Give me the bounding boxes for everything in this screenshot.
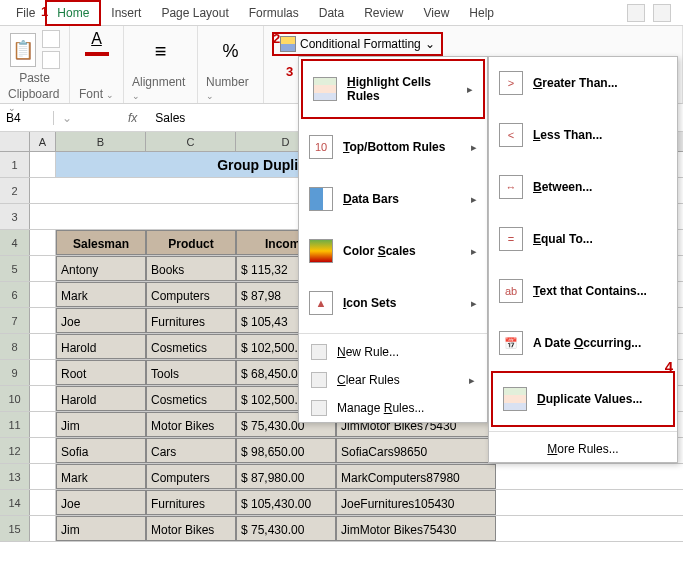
paste-icon[interactable]: 📋	[10, 33, 36, 67]
menu-data-bars[interactable]: Data Bars▸	[299, 173, 487, 225]
row-header[interactable]: 9	[0, 360, 30, 385]
menu-date-occurring[interactable]: 📅A Date Occurring...	[489, 317, 677, 369]
cell-salesman[interactable]: Harold	[56, 334, 146, 359]
cell-product[interactable]: Cars	[146, 438, 236, 463]
cell-key[interactable]: JimMotor Bikes75430	[336, 516, 496, 541]
cut-icon[interactable]	[42, 30, 60, 48]
hdr-product[interactable]: Product	[146, 230, 236, 255]
row-header[interactable]: 12	[0, 438, 30, 463]
copy-icon[interactable]	[42, 51, 60, 69]
cell-product[interactable]: Books	[146, 256, 236, 281]
cell-income[interactable]: $ 105,430.00	[236, 490, 336, 515]
cell-product[interactable]: Computers	[146, 464, 236, 489]
number-label: Number	[206, 75, 249, 89]
menu-manage-rules[interactable]: Manage Rules...	[299, 394, 487, 422]
share-icon[interactable]	[627, 4, 645, 22]
row-header[interactable]: 3	[0, 204, 30, 229]
cell-income[interactable]: $ 98,650.00	[236, 438, 336, 463]
cell-salesman[interactable]: Root	[56, 360, 146, 385]
comments-icon[interactable]	[653, 4, 671, 22]
conditional-formatting-button[interactable]: Conditional Formatting ⌄	[272, 32, 443, 56]
menu-highlight-cells-rules[interactable]: Highlight Cells Rules▸	[301, 59, 485, 119]
row-header[interactable]: 14	[0, 490, 30, 515]
tab-file[interactable]: File	[6, 2, 45, 24]
clipboard-label: Clipboard	[8, 87, 59, 101]
cell-income[interactable]: $ 75,430.00	[236, 516, 336, 541]
row-header[interactable]: 8	[0, 334, 30, 359]
row-header[interactable]: 5	[0, 256, 30, 281]
group-font: A Font ⌄	[70, 26, 124, 103]
row-header[interactable]: 2	[0, 178, 30, 203]
row-header[interactable]: 10	[0, 386, 30, 411]
tab-view[interactable]: View	[414, 2, 460, 24]
cell-product[interactable]: Cosmetics	[146, 334, 236, 359]
cell-key[interactable]: MarkComputers87980	[336, 464, 496, 489]
menu-equal-to[interactable]: =Equal To...	[489, 213, 677, 265]
cell-product[interactable]: Computers	[146, 282, 236, 307]
row-header[interactable]: 13	[0, 464, 30, 489]
group-number: % Number ⌄	[198, 26, 264, 103]
hdr-salesman[interactable]: Salesman	[56, 230, 146, 255]
cell-product[interactable]: Motor Bikes	[146, 516, 236, 541]
menu-text-contains[interactable]: abText that Contains...	[489, 265, 677, 317]
text-icon: ab	[499, 279, 523, 303]
row-header[interactable]: 15	[0, 516, 30, 541]
new-rule-icon	[311, 344, 327, 360]
menu-duplicate-values[interactable]: Duplicate Values...	[491, 371, 675, 427]
cell-salesman[interactable]: Jim	[56, 412, 146, 437]
callout-4: 4	[665, 358, 673, 375]
tab-review[interactable]: Review	[354, 2, 413, 24]
cell-key[interactable]: SofiaCars98650	[336, 438, 496, 463]
tab-data[interactable]: Data	[309, 2, 354, 24]
row-header[interactable]: 11	[0, 412, 30, 437]
row-header[interactable]: 4	[0, 230, 30, 255]
cell-product[interactable]: Furnitures	[146, 308, 236, 333]
percent-icon[interactable]: %	[222, 41, 238, 62]
cell-salesman[interactable]: Sofia	[56, 438, 146, 463]
fx-label[interactable]: fx	[120, 111, 145, 125]
font-icon[interactable]: A	[91, 30, 102, 48]
menu-greater-than[interactable]: >Greater Than...	[489, 57, 677, 109]
iconsets-icon: ▲	[309, 291, 333, 315]
cell-income[interactable]: $ 87,980.00	[236, 464, 336, 489]
cell-product[interactable]: Cosmetics	[146, 386, 236, 411]
tab-insert[interactable]: Insert	[101, 2, 151, 24]
menu-clear-rules[interactable]: Clear Rules▸	[299, 366, 487, 394]
cell-salesman[interactable]: Mark	[56, 464, 146, 489]
colorscales-icon	[309, 239, 333, 263]
menu-color-scales[interactable]: Color Scales▸	[299, 225, 487, 277]
cell-salesman[interactable]: Joe	[56, 490, 146, 515]
cell-salesman[interactable]: Mark	[56, 282, 146, 307]
menu-new-rule[interactable]: New Rule...	[299, 338, 487, 366]
cell-product[interactable]: Furnitures	[146, 490, 236, 515]
col-a[interactable]: A	[30, 132, 56, 151]
tab-help[interactable]: Help	[459, 2, 504, 24]
manage-rules-icon	[311, 400, 327, 416]
align-icon[interactable]: ≡	[155, 40, 167, 63]
row-header[interactable]: 1	[0, 152, 30, 177]
col-c[interactable]: C	[146, 132, 236, 151]
menu-less-than[interactable]: <Less Than...	[489, 109, 677, 161]
tab-formulas[interactable]: Formulas	[239, 2, 309, 24]
col-b[interactable]: B	[56, 132, 146, 151]
menu-between[interactable]: ↔Between...	[489, 161, 677, 213]
row-header[interactable]: 6	[0, 282, 30, 307]
cell-salesman[interactable]: Jim	[56, 516, 146, 541]
formula-input[interactable]: Sales	[145, 111, 185, 125]
row-header[interactable]: 7	[0, 308, 30, 333]
between-icon: ↔	[499, 175, 523, 199]
cell-salesman[interactable]: Joe	[56, 308, 146, 333]
menu-top-bottom-rules[interactable]: 10Top/Bottom Rules▸	[299, 121, 487, 173]
name-box[interactable]: B4	[0, 111, 54, 125]
menu-icon-sets[interactable]: ▲Icon Sets▸	[299, 277, 487, 329]
tab-home[interactable]: Home	[45, 0, 101, 26]
group-clipboard: 📋 Paste Clipboard ⌄	[0, 26, 70, 103]
cell-product[interactable]: Tools	[146, 360, 236, 385]
menu-more-rules[interactable]: More Rules...	[489, 436, 677, 462]
chevron-down-icon: ⌄	[425, 37, 435, 51]
tab-page-layout[interactable]: Page Layout	[151, 2, 238, 24]
cell-salesman[interactable]: Antony	[56, 256, 146, 281]
cell-salesman[interactable]: Harold	[56, 386, 146, 411]
cell-key[interactable]: JoeFurnitures105430	[336, 490, 496, 515]
cell-product[interactable]: Motor Bikes	[146, 412, 236, 437]
